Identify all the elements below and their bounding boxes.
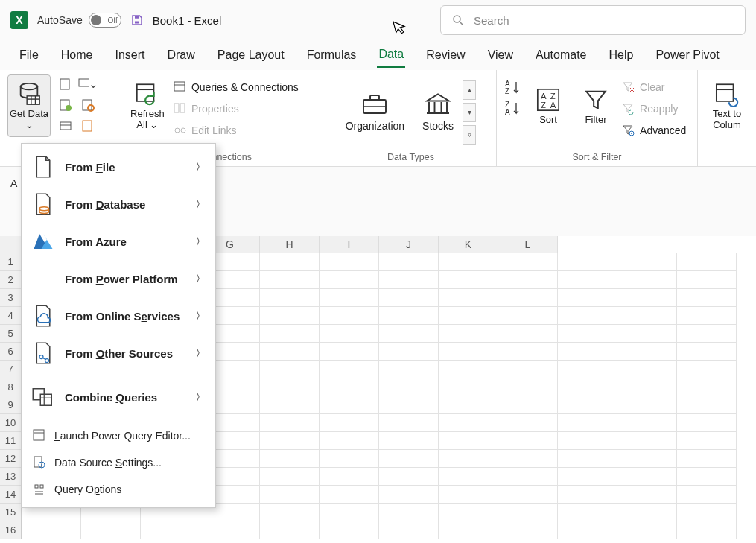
sort-asc-icon[interactable]: AZ <box>504 79 522 95</box>
cell[interactable] <box>379 432 439 450</box>
col-header[interactable]: H <box>260 236 320 253</box>
row-header[interactable]: 9 <box>0 396 22 414</box>
cell[interactable] <box>558 343 617 361</box>
cell[interactable] <box>498 343 558 361</box>
cell[interactable] <box>22 521 81 539</box>
cell[interactable] <box>320 343 379 361</box>
cell[interactable] <box>320 325 379 343</box>
cell[interactable] <box>498 504 558 521</box>
row-header[interactable]: 3 <box>0 289 22 307</box>
menu-from-file[interactable]: From File 〉 <box>22 148 215 185</box>
cell[interactable] <box>260 378 320 396</box>
cell[interactable] <box>439 504 498 521</box>
text-to-columns-button[interactable]: Text to Colum <box>705 74 749 137</box>
from-text-csv-icon[interactable] <box>55 74 76 94</box>
cell[interactable] <box>677 432 737 450</box>
col-header[interactable]: I <box>320 236 379 253</box>
cell[interactable] <box>617 414 677 432</box>
cell[interactable] <box>498 271 558 289</box>
row-header[interactable]: 15 <box>0 504 22 521</box>
cell[interactable] <box>617 486 677 504</box>
cell[interactable] <box>677 343 737 361</box>
tab-file[interactable]: File <box>18 44 40 66</box>
tab-data[interactable]: Data <box>377 43 405 68</box>
tab-draw[interactable]: Draw <box>165 44 196 66</box>
datatype-scroll-up[interactable]: ▴ <box>463 80 476 100</box>
cell[interactable] <box>558 271 617 289</box>
cell[interactable] <box>260 504 320 521</box>
menu-from-online-services[interactable]: From Online Services 〉 <box>22 297 215 334</box>
cell[interactable] <box>558 378 617 396</box>
cell[interactable] <box>558 361 617 378</box>
row-header[interactable]: 11 <box>0 432 22 450</box>
cell[interactable] <box>498 361 558 378</box>
cell[interactable] <box>320 289 379 307</box>
datatype-scroll-down[interactable]: ▾ <box>463 103 476 122</box>
cell[interactable] <box>379 521 439 539</box>
cell[interactable] <box>617 468 677 486</box>
cell[interactable] <box>439 343 498 361</box>
cell[interactable] <box>498 450 558 468</box>
row-header[interactable]: 4 <box>0 307 22 325</box>
cell[interactable] <box>439 432 498 450</box>
row-header[interactable]: 7 <box>0 361 22 378</box>
cell[interactable] <box>379 289 439 307</box>
cell[interactable] <box>320 307 379 325</box>
cell[interactable] <box>260 289 320 307</box>
cell[interactable] <box>677 450 737 468</box>
cell[interactable] <box>320 486 379 504</box>
cell[interactable] <box>379 468 439 486</box>
cell[interactable] <box>677 486 737 504</box>
cell[interactable] <box>379 378 439 396</box>
cell[interactable] <box>320 504 379 521</box>
cell[interactable] <box>677 271 737 289</box>
from-table-icon[interactable] <box>55 95 76 115</box>
cell[interactable] <box>498 396 558 414</box>
cell[interactable] <box>260 468 320 486</box>
cell[interactable] <box>439 253 498 271</box>
cell[interactable] <box>260 486 320 504</box>
select-all-corner[interactable] <box>0 236 22 253</box>
row-header[interactable]: 12 <box>0 450 22 468</box>
cell[interactable] <box>260 396 320 414</box>
cell[interactable] <box>260 361 320 378</box>
menu-launch-power-query[interactable]: Launch Power Query Editor... <box>22 422 215 449</box>
cell[interactable] <box>558 521 617 539</box>
col-header[interactable]: K <box>439 236 498 253</box>
cell[interactable] <box>558 414 617 432</box>
cell[interactable] <box>677 521 737 539</box>
cell[interactable] <box>320 468 379 486</box>
cell[interactable] <box>677 361 737 378</box>
row-header[interactable]: 2 <box>0 271 22 289</box>
cell[interactable] <box>617 325 677 343</box>
cell[interactable] <box>379 271 439 289</box>
cell[interactable] <box>677 396 737 414</box>
cell[interactable] <box>677 378 737 396</box>
menu-from-power-platform[interactable]: From Power Platform 〉 <box>22 260 215 297</box>
name-box[interactable]: A <box>10 177 17 189</box>
cell[interactable] <box>320 253 379 271</box>
cell[interactable] <box>617 521 677 539</box>
cell[interactable] <box>379 414 439 432</box>
cell[interactable] <box>260 450 320 468</box>
cell[interactable] <box>558 432 617 450</box>
cell[interactable] <box>439 361 498 378</box>
cell[interactable] <box>558 307 617 325</box>
cell[interactable] <box>439 378 498 396</box>
cell[interactable] <box>498 521 558 539</box>
cell[interactable] <box>677 325 737 343</box>
cell[interactable] <box>260 271 320 289</box>
save-icon[interactable] <box>130 13 144 27</box>
cell[interactable] <box>379 325 439 343</box>
from-picture-icon[interactable] <box>77 116 98 136</box>
cell[interactable] <box>379 307 439 325</box>
cell[interactable] <box>498 378 558 396</box>
cell[interactable] <box>617 289 677 307</box>
cell[interactable] <box>677 289 737 307</box>
cell[interactable] <box>558 396 617 414</box>
cell[interactable] <box>558 450 617 468</box>
stocks-datatype[interactable]: Stocks <box>422 93 454 132</box>
tab-review[interactable]: Review <box>425 44 466 66</box>
tab-power-pivot[interactable]: Power Pivot <box>654 44 720 66</box>
tab-insert[interactable]: Insert <box>113 44 146 66</box>
